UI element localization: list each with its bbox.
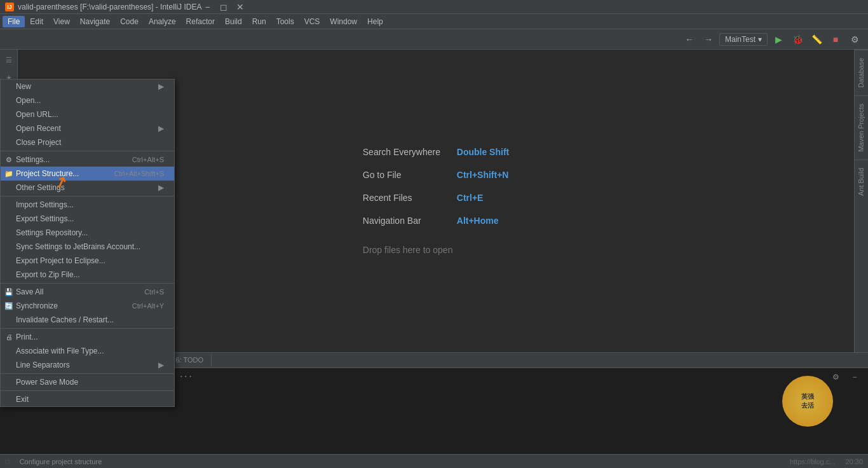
print-icon: 🖨 <box>4 333 13 341</box>
stop-button[interactable]: ■ <box>827 32 844 47</box>
associate-file-label: Associate with File Type... <box>16 347 164 355</box>
file-menu-item-open-url[interactable]: Open URL... <box>1 107 174 121</box>
run-config-selector[interactable]: MainTest ▾ <box>719 33 768 46</box>
menu-item-vcs[interactable]: VCS <box>299 16 325 27</box>
menu-item-file[interactable]: File <box>3 16 25 27</box>
file-menu-item-new[interactable]: New▶ <box>1 79 174 93</box>
file-menu-item-export-eclipse[interactable]: Export Project to Eclipse... <box>1 254 174 268</box>
exit-label: Exit <box>16 395 164 404</box>
project-structure-icon: 📁 <box>4 169 13 178</box>
go-to-file-label: Go to File <box>363 170 452 180</box>
new-arrow: ▶ <box>158 82 164 91</box>
search-everywhere-key: Double Shift <box>457 147 509 157</box>
file-menu-item-sync-settings[interactable]: Sync Settings to JetBrains Account... <box>1 240 174 254</box>
structure-btn[interactable]: ☰ <box>1 52 17 67</box>
menu-separator <box>1 283 174 284</box>
navigation-bar-label: Navigation Bar <box>363 216 452 226</box>
main-area: ☰ ★ ▶ Search Everywhere Double Shift Go … <box>0 50 868 352</box>
settings-label: Settings... <box>16 155 122 164</box>
file-menu-item-settings[interactable]: ⚙Settings...Ctrl+Alt+S <box>1 153 174 167</box>
open-recent-arrow: ▶ <box>158 124 164 133</box>
sync-settings-label: Sync Settings to JetBrains Account... <box>16 242 164 251</box>
menu-item-window[interactable]: Window <box>325 16 362 27</box>
new-label: New <box>16 82 153 91</box>
ant-tab[interactable]: Ant Build <box>855 160 868 203</box>
status-time: 20:30 <box>845 458 863 465</box>
watermark-text: 英强去活 <box>801 392 814 410</box>
menu-item-help[interactable]: Help <box>362 16 388 27</box>
menu-item-code[interactable]: Code <box>115 16 144 27</box>
close-button[interactable]: ✕ <box>234 3 246 11</box>
invalidate-caches-label: Invalidate Caches / Restart... <box>16 315 164 324</box>
go-to-file-key: Ctrl+Shift+N <box>457 170 509 180</box>
file-menu-item-import-settings[interactable]: Import Settings... <box>1 198 174 212</box>
recent-files-key: Ctrl+E <box>457 193 484 203</box>
menu-separator <box>1 196 174 196</box>
file-menu-item-associate-file[interactable]: Associate with File Type... <box>1 344 174 358</box>
maven-tab[interactable]: Maven Projects <box>855 95 868 160</box>
open-label: Open... <box>16 96 164 105</box>
menu-separator <box>1 373 174 374</box>
settings-icon: ⚙ <box>4 155 13 164</box>
welcome-content: Search Everywhere Double Shift Go to Fil… <box>337 121 534 280</box>
file-menu-item-open-recent[interactable]: Open Recent▶ <box>1 121 174 135</box>
menu-item-build[interactable]: Build <box>220 16 247 27</box>
menu-bar: FileEditViewNavigateCodeAnalyzeRefactorB… <box>0 14 868 29</box>
file-menu-item-export-settings[interactable]: Export Settings... <box>1 212 174 226</box>
menu-item-view[interactable]: View <box>48 16 75 27</box>
forward-button[interactable]: → <box>700 32 717 47</box>
menu-item-analyze[interactable]: Analyze <box>144 16 181 27</box>
restore-button[interactable]: ◻ <box>218 3 229 11</box>
database-tab[interactable]: Database <box>855 50 868 95</box>
file-dropdown-menu: New▶Open...Open URL...Open Recent▶Close … <box>0 79 175 407</box>
export-zip-label: Export to Zip File... <box>16 270 164 279</box>
debug-button[interactable]: 🐞 <box>789 32 806 47</box>
drop-files-hint: Drop files here to open <box>363 245 509 255</box>
line-sep-label: Line Separators <box>16 361 153 369</box>
menu-item-run[interactable]: Run <box>247 16 271 27</box>
file-menu-item-synchronize[interactable]: 🔄SynchronizeCtrl+Alt+Y <box>1 299 174 313</box>
synchronize-icon: 🔄 <box>4 301 13 310</box>
file-menu-item-open[interactable]: Open... <box>1 93 174 107</box>
configure-project-link[interactable]: Configure project structure <box>20 458 102 465</box>
title-controls[interactable]: − ◻ ✕ <box>201 3 246 11</box>
menu-item-edit[interactable]: Edit <box>25 16 48 27</box>
file-menu-item-close-project[interactable]: Close Project <box>1 135 174 149</box>
file-menu-item-line-sep[interactable]: Line Separators▶ <box>1 358 174 372</box>
menu-separator <box>1 151 174 151</box>
file-menu-item-other-settings[interactable]: Other Settings▶ <box>1 181 174 195</box>
run-button[interactable]: ▶ <box>770 32 787 47</box>
settings-repo-label: Settings Repository... <box>16 228 164 237</box>
minimize-button[interactable]: − <box>201 3 213 11</box>
export-settings-label: Export Settings... <box>16 214 164 223</box>
file-menu-item-export-zip[interactable]: Export to Zip File... <box>1 268 174 282</box>
file-menu-item-save-all[interactable]: 💾Save AllCtrl+S <box>1 285 174 299</box>
export-eclipse-label: Export Project to Eclipse... <box>16 256 164 265</box>
app-icon: IJ <box>5 3 14 11</box>
power-save-label: Power Save Mode <box>16 378 164 387</box>
other-settings-arrow: ▶ <box>158 183 164 192</box>
project-structure-label: Project Structure... <box>16 169 104 178</box>
title-text: valid-parentheses [F:\valid-parentheses]… <box>18 3 201 11</box>
back-button[interactable]: ← <box>681 32 698 47</box>
coverage-button[interactable]: 📏 <box>808 32 825 47</box>
file-menu-item-print[interactable]: 🖨Print... <box>1 330 174 344</box>
settings-button[interactable]: ⚙ <box>846 32 863 47</box>
title-bar: IJ valid-parentheses [F:\valid-parenthes… <box>0 0 868 14</box>
go-to-file-row: Go to File Ctrl+Shift+N <box>363 170 509 180</box>
menu-item-navigate[interactable]: Navigate <box>75 16 115 27</box>
open-url-label: Open URL... <box>16 110 164 119</box>
open-recent-label: Open Recent <box>16 124 153 133</box>
file-menu-item-invalidate-caches[interactable]: Invalidate Caches / Restart... <box>1 313 174 327</box>
watermark-logo: 英强去活 <box>782 376 833 427</box>
navigation-bar-row: Navigation Bar Alt+Home <box>363 216 509 226</box>
file-menu-item-settings-repo[interactable]: Settings Repository... <box>1 226 174 240</box>
right-sidebar: Database Maven Projects Ant Build <box>854 50 868 352</box>
menu-item-tools[interactable]: Tools <box>271 16 299 27</box>
menu-separator <box>1 328 174 329</box>
toolbar: ← → MainTest ▾ ▶ 🐞 📏 ■ ⚙ <box>0 29 868 50</box>
file-menu-item-power-save[interactable]: Power Save Mode <box>1 375 174 389</box>
file-menu-item-exit[interactable]: Exit <box>1 392 174 406</box>
file-menu-item-project-structure[interactable]: 📁Project Structure...Ctrl+Alt+Shift+S <box>1 167 174 181</box>
menu-item-refactor[interactable]: Refactor <box>181 16 220 27</box>
